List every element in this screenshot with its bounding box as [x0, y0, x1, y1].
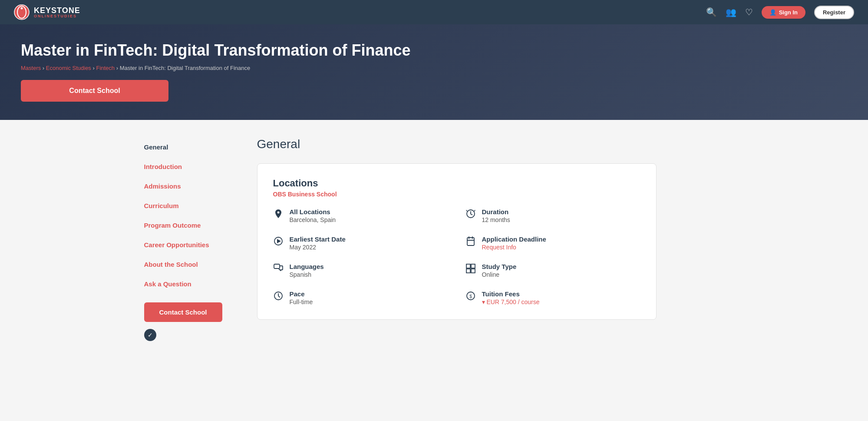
locations-card: Locations OBS Business School All Locati…	[257, 163, 657, 320]
nav-icons: 🔍 👥 ♡ 👤 Sign In Register	[706, 6, 854, 19]
study-type-label: Study Type	[482, 263, 517, 270]
signin-button[interactable]: 👤 Sign In	[762, 6, 805, 19]
svg-point-0	[14, 5, 29, 20]
breadcrumb-economic-studies[interactable]: Economic Studies	[46, 65, 91, 71]
sidebar-item-introduction[interactable]: Introduction	[144, 157, 240, 176]
deadline-value[interactable]: Request Info	[482, 244, 546, 251]
deadline-icon	[465, 236, 476, 248]
breadcrumb-fintech[interactable]: Fintech	[96, 65, 115, 71]
breadcrumb: Masters › Economic Studies › Fintech › M…	[21, 65, 847, 71]
register-label: Register	[823, 9, 845, 16]
pace-value: Full-time	[290, 298, 313, 305]
tuition-label: Tuition Fees	[482, 290, 540, 298]
section-general-title: General	[257, 137, 724, 151]
svg-point-2	[21, 7, 23, 10]
compare-button[interactable]: 👥	[726, 7, 736, 17]
deadline-label: Application Deadline	[482, 235, 546, 243]
svg-rect-6	[467, 238, 474, 245]
duration-item: Duration 12 months	[465, 208, 640, 223]
sidebar-item-general[interactable]: General	[144, 137, 240, 157]
breadcrumb-sep3: ›	[116, 65, 120, 71]
location-icon	[273, 209, 284, 221]
sidebar-item-program-outcome[interactable]: Program Outcome	[144, 215, 240, 235]
start-date-item: Earliest Start Date May 2022	[273, 235, 448, 251]
study-type-item: Study Type Online	[465, 263, 640, 278]
sidebar-item-ask-question[interactable]: Ask a Question	[144, 274, 240, 294]
breadcrumb-sep1: ›	[43, 65, 46, 71]
study-type-body: Study Type Online	[482, 263, 517, 278]
all-locations-label: All Locations	[290, 208, 336, 215]
heart-icon: ♡	[745, 7, 753, 17]
breadcrumb-masters[interactable]: Masters	[21, 65, 41, 71]
deadline-item: Application Deadline Request Info	[465, 235, 640, 251]
tuition-item: $ Tuition Fees ▾ EUR 7,500 / course	[465, 290, 640, 305]
favorites-button[interactable]: ♡	[745, 7, 753, 17]
start-date-icon	[273, 236, 284, 248]
svg-rect-11	[471, 269, 475, 273]
logo-sub-label: ONLINESTUDIES	[34, 14, 80, 18]
svg-rect-9	[471, 264, 475, 268]
languages-value: Spanish	[290, 271, 324, 278]
compare-icon: 👥	[726, 7, 736, 17]
tuition-value: ▾ EUR 7,500 / course	[482, 298, 540, 305]
main-layout: General Introduction Admissions Curricul…	[130, 120, 738, 341]
tuition-body: Tuition Fees ▾ EUR 7,500 / course	[482, 290, 540, 305]
logo-icon	[14, 4, 30, 20]
register-button[interactable]: Register	[814, 6, 854, 19]
deadline-body: Application Deadline Request Info	[482, 235, 546, 251]
sidebar-nav: General Introduction Admissions Curricul…	[144, 137, 240, 294]
sidebar-item-about-school[interactable]: About the School	[144, 255, 240, 274]
svg-rect-7	[274, 264, 280, 269]
logo-text: KEYSTONE ONLINESTUDIES	[34, 7, 80, 18]
all-locations-body: All Locations Barcelona, Spain	[290, 208, 336, 223]
pace-icon	[273, 291, 284, 303]
svg-rect-8	[466, 264, 470, 268]
svg-rect-10	[466, 269, 470, 273]
svg-text:$: $	[469, 294, 472, 299]
sidebar-item-admissions[interactable]: Admissions	[144, 176, 240, 196]
tuition-icon: $	[465, 291, 476, 303]
navbar: KEYSTONE ONLINESTUDIES 🔍 👥 ♡ 👤 Sign In R…	[0, 0, 868, 24]
main-content: General Locations OBS Business School Al…	[257, 137, 724, 341]
duration-body: Duration 12 months	[482, 208, 510, 223]
duration-label: Duration	[482, 208, 510, 215]
logo-keystone-label: KEYSTONE	[34, 7, 80, 14]
search-button[interactable]: 🔍	[706, 7, 717, 17]
study-type-value: Online	[482, 271, 517, 278]
duration-value: 12 months	[482, 216, 510, 223]
contact-school-sidebar-button[interactable]: Contact School	[144, 302, 222, 322]
sidebar-item-curriculum[interactable]: Curriculum	[144, 196, 240, 215]
school-name[interactable]: OBS Business School	[273, 191, 640, 198]
tuition-arrow: ▾	[482, 298, 485, 305]
user-icon: 👤	[769, 9, 776, 16]
checkmark-icon: ✓	[148, 331, 153, 338]
sidebar-item-career-opportunities[interactable]: Career Opportunities	[144, 235, 240, 255]
all-locations-item: All Locations Barcelona, Spain	[273, 208, 448, 223]
start-date-body: Earliest Start Date May 2022	[290, 235, 346, 251]
pace-body: Pace Full-time	[290, 290, 313, 305]
svg-marker-5	[277, 239, 281, 243]
info-grid: All Locations Barcelona, Spain Du	[273, 208, 640, 305]
languages-body: Languages Spanish	[290, 263, 324, 278]
hero-section: Master in FinTech: Digital Transformatio…	[0, 24, 868, 120]
languages-item: Languages Spanish	[273, 263, 448, 278]
study-type-icon	[465, 264, 476, 275]
languages-label: Languages	[290, 263, 324, 270]
pace-label: Pace	[290, 290, 313, 298]
start-date-value: May 2022	[290, 244, 346, 251]
sidebar: General Introduction Admissions Curricul…	[144, 137, 240, 341]
all-locations-value: Barcelona, Spain	[290, 216, 336, 223]
verified-badge: ✓	[144, 329, 156, 341]
search-icon: 🔍	[706, 7, 717, 17]
pace-item: Pace Full-time	[273, 290, 448, 305]
contact-school-hero-button[interactable]: Contact School	[21, 80, 168, 102]
language-icon	[273, 264, 284, 275]
breadcrumb-current: Master in FinTech: Digital Transformatio…	[120, 65, 251, 71]
locations-card-title: Locations	[273, 178, 640, 189]
start-date-label: Earliest Start Date	[290, 235, 346, 243]
page-title: Master in FinTech: Digital Transformatio…	[21, 41, 412, 60]
duration-icon	[465, 209, 476, 221]
logo[interactable]: KEYSTONE ONLINESTUDIES	[14, 4, 80, 20]
signin-label: Sign In	[779, 9, 798, 16]
